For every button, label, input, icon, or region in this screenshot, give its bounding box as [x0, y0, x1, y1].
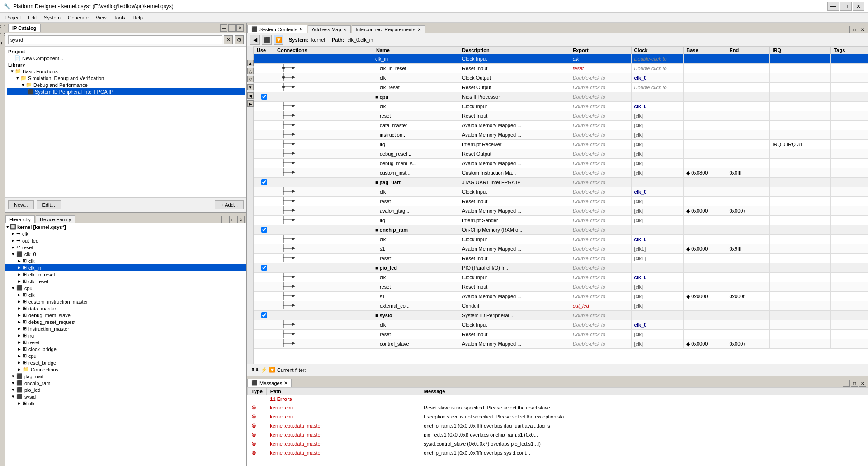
- hier-sysid-clk[interactable]: ▸⊞clk: [5, 400, 246, 407]
- panel-close-btn[interactable]: ✕: [236, 24, 244, 32]
- tree-sim-debug[interactable]: ▾ 📁 Simulation; Debug and Verification: [7, 75, 245, 81]
- hier-clock_bridge[interactable]: ▸⊞clock_bridge: [5, 346, 246, 352]
- menu-edit[interactable]: Edit: [24, 14, 40, 21]
- down-small-btn[interactable]: ▽: [247, 76, 254, 82]
- cell-base[interactable]: [684, 320, 726, 330]
- cell-export[interactable]: clk: [570, 54, 631, 64]
- table-row[interactable]: clkClock InputDouble-click toclk_0: [254, 320, 868, 330]
- msg-table-container[interactable]: Type Path Message 11 Errors⊗kernel.cpuRe…: [247, 387, 868, 466]
- cell-base[interactable]: [684, 73, 726, 83]
- cell-base[interactable]: ◆ 0x0800: [684, 168, 726, 178]
- panel-restore-btn[interactable]: □: [228, 24, 236, 32]
- cell-base[interactable]: [684, 121, 726, 130]
- left-btn[interactable]: ◀: [247, 92, 254, 99]
- table-row[interactable]: ■ jtag_uartJTAG UART Intel FPGA IPDouble…: [254, 178, 868, 187]
- cell-use[interactable]: [254, 263, 274, 273]
- cell-export[interactable]: Double-click to: [570, 273, 631, 282]
- cell-base[interactable]: [684, 187, 726, 197]
- msg-row[interactable]: ⊗kernel.cpu.data_masterpio_led.s1 (0x0..…: [248, 430, 868, 439]
- table-row[interactable]: avalon_jtag...Avalon Memory Mapped ...Do…: [254, 206, 868, 216]
- close-button[interactable]: ✕: [853, 2, 864, 11]
- cell-export[interactable]: Double-click to: [570, 197, 631, 206]
- table-row[interactable]: debug_mem_s...Avalon Memory Mapped ...Do…: [254, 159, 868, 168]
- cell-export[interactable]: Double-click to: [570, 235, 631, 244]
- table-row[interactable]: s1Avalon Memory Mapped ...Double-click t…: [254, 292, 868, 301]
- cell-export[interactable]: Double-click to: [570, 225, 631, 235]
- table-row[interactable]: debug_reset...Reset OutputDouble-click t…: [254, 149, 868, 159]
- cell-base[interactable]: [684, 311, 726, 320]
- am-tab-close[interactable]: ✕: [343, 27, 347, 32]
- cell-base[interactable]: [684, 130, 726, 140]
- maximize-button[interactable]: □: [840, 2, 852, 11]
- hier-onchip_ram[interactable]: ▾⬛onchip_ram: [5, 380, 246, 386]
- cell-base[interactable]: [684, 159, 726, 168]
- cell-base[interactable]: [684, 197, 726, 206]
- hier-cpu-sub[interactable]: ▸⊞cpu: [5, 352, 246, 359]
- system-contents-tab[interactable]: ⬛ System Contents ✕: [247, 25, 307, 33]
- sc-table-container[interactable]: Use Connections Name Description Export …: [254, 46, 868, 364]
- cell-export[interactable]: Double-click to: [570, 320, 631, 330]
- cell-export[interactable]: Double-click to: [570, 130, 631, 140]
- msg-tab-close[interactable]: ✕: [284, 380, 288, 385]
- hier-root[interactable]: ▾ 🔲 kernel [kernel.qsys*]: [5, 223, 246, 230]
- msg-maximize-btn[interactable]: □: [851, 380, 858, 387]
- table-row[interactable]: reset1Reset InputDouble-click to[clk1]: [254, 254, 868, 263]
- cell-use[interactable]: [254, 311, 274, 320]
- hier-clk_reset[interactable]: ▸⊞clk_reset: [5, 278, 246, 285]
- ir-tab-close[interactable]: ✕: [417, 27, 421, 32]
- table-row[interactable]: clk_resetReset OutputDouble-click toDoub…: [254, 83, 868, 92]
- cell-use[interactable]: [254, 178, 274, 187]
- cell-export[interactable]: Double-click to: [570, 206, 631, 216]
- table-row[interactable]: resetReset InputDouble-click to[clk]: [254, 197, 868, 206]
- cell-base[interactable]: ◆ 0x0000: [684, 206, 726, 216]
- msg-row[interactable]: ⊗kernel.cpu.data_masteronchip_ram.s1 (0x…: [248, 421, 868, 430]
- toolbar-btn-2[interactable]: ⬛: [262, 35, 272, 45]
- use-checkbox[interactable]: [261, 227, 267, 233]
- hier-reset_bridge[interactable]: ▸⊞reset_bridge: [5, 359, 246, 366]
- cell-base[interactable]: [684, 225, 726, 235]
- hier-pio_led[interactable]: ▾⬛pio_led: [5, 386, 246, 393]
- cell-export[interactable]: Double-click to: [570, 73, 631, 83]
- cell-export[interactable]: Double-click to: [570, 92, 631, 102]
- table-row[interactable]: data_masterAvalon Memory Mapped ...Doubl…: [254, 121, 868, 130]
- cell-export[interactable]: Double-click to: [570, 168, 631, 178]
- tree-new-component[interactable]: 📄 New Component...: [7, 55, 245, 62]
- table-row[interactable]: external_co...Conduitout_led[clk]: [254, 301, 868, 311]
- cell-export[interactable]: Double-click to: [570, 263, 631, 273]
- cell-export[interactable]: Double-click to: [570, 111, 631, 121]
- hier-cpu-clk[interactable]: ▸⊞clk: [5, 291, 246, 298]
- use-checkbox[interactable]: [261, 94, 267, 100]
- cell-base[interactable]: [684, 140, 726, 149]
- toolbar-btn-1[interactable]: ◀: [250, 35, 260, 45]
- up-arrow-btn[interactable]: ▲: [247, 60, 254, 66]
- cell-base[interactable]: [684, 273, 726, 282]
- hier-data_master[interactable]: ▸⊞data_master: [5, 305, 246, 312]
- hier-clk_0-clk[interactable]: ▸⊞clk: [5, 257, 246, 264]
- menu-tools[interactable]: Tools: [110, 14, 129, 21]
- filter-icon2[interactable]: 🔽: [269, 367, 275, 373]
- interconnect-tab[interactable]: Interconnect Requirements ✕: [352, 25, 425, 33]
- cell-export[interactable]: Double-click to: [570, 187, 631, 197]
- msg-row[interactable]: ⊗kernel.cpu.data_masteronchip_ram.s1 (0x…: [248, 448, 868, 457]
- new-button[interactable]: New...: [8, 200, 34, 209]
- cell-base[interactable]: [684, 149, 726, 159]
- cell-export[interactable]: Double-click to: [570, 339, 631, 349]
- cell-export[interactable]: reset: [570, 64, 631, 73]
- cell-base[interactable]: ◆ 0x0000: [684, 292, 726, 301]
- cell-export[interactable]: Double-click to: [570, 83, 631, 92]
- msg-row[interactable]: ⊗kernel.cpu.data_mastersysid.control_sla…: [248, 439, 868, 448]
- cell-export[interactable]: Double-click to: [570, 282, 631, 292]
- msg-row[interactable]: ⊗kernel.cpuException slave is not specif…: [248, 412, 868, 421]
- cell-export[interactable]: Double-click to: [570, 311, 631, 320]
- cell-base[interactable]: [684, 64, 726, 73]
- hier-cpu-parent[interactable]: ▾⬛cpu: [5, 285, 246, 291]
- cell-base[interactable]: [684, 178, 726, 187]
- cell-export[interactable]: Double-click to: [570, 140, 631, 149]
- sc-tab-close[interactable]: ✕: [299, 27, 303, 32]
- down-arrow-btn[interactable]: ▼: [247, 84, 254, 90]
- msg-minimize-btn[interactable]: —: [843, 380, 850, 387]
- messages-tab[interactable]: ⬛ Messages ✕: [247, 379, 292, 387]
- left-tab-more[interactable]: …: [0, 39, 5, 48]
- hierarchy-tab[interactable]: Hierarchy: [5, 215, 35, 223]
- filter-icon1[interactable]: ⚡: [261, 367, 267, 373]
